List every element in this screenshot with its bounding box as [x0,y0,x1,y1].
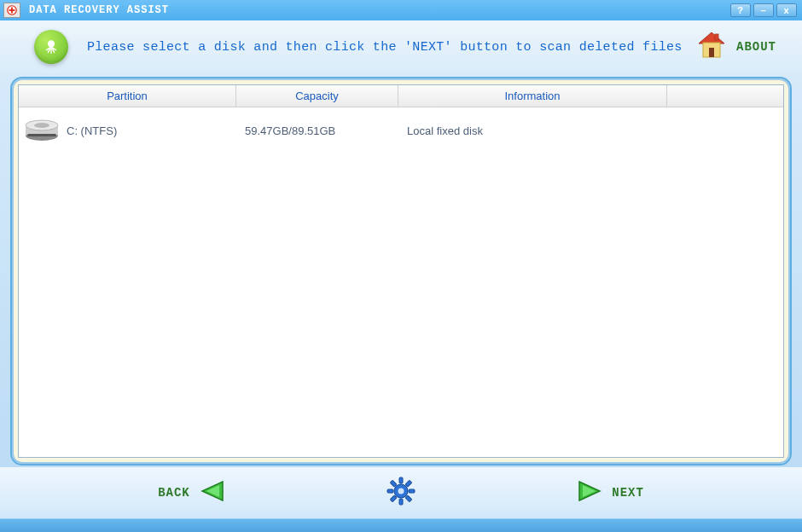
column-header-blank[interactable] [667,85,783,107]
about-button[interactable]: ABOUT [695,31,776,63]
svg-rect-22 [390,480,397,487]
next-button[interactable]: NEXT [578,479,644,506]
svg-point-3 [48,40,55,47]
bottom-bar [0,518,802,532]
table-body: C: (NTFS) 59.47GB/89.51GB Local fixed di… [19,107,783,150]
svg-rect-16 [399,477,403,483]
svg-point-24 [398,489,404,494]
disk-table: Partition Capacity Information [18,84,784,458]
svg-rect-12 [27,134,56,136]
instruction-text: Please select a disk and then click the … [87,40,695,55]
main-area: Partition Capacity Information [0,73,802,467]
title-bar: DATA RECOVERY ASSIST ? – x [0,0,802,20]
svg-marker-4 [699,32,724,43]
about-label: ABOUT [736,40,776,54]
close-button[interactable]: x [776,3,797,17]
table-header: Partition Capacity Information [19,85,783,107]
svg-rect-19 [409,489,415,493]
table-row[interactable]: C: (NTFS) 59.47GB/89.51GB Local fixed di… [19,107,783,150]
app-window: DATA RECOVERY ASSIST ? – x Please select… [0,0,802,532]
svg-rect-6 [709,48,714,57]
back-button[interactable]: BACK [158,479,224,506]
app-title: DATA RECOVERY ASSIST [29,4,730,16]
cell-partition: C: (NTFS) [19,119,236,142]
column-header-partition[interactable]: Partition [19,85,236,107]
next-arrow-icon [578,479,603,506]
svg-rect-20 [405,480,412,487]
svg-point-11 [34,123,49,128]
app-icon [3,3,20,18]
window-controls: ? – x [730,3,797,17]
gear-icon [386,477,416,509]
help-button[interactable]: ? [730,3,751,17]
home-icon [695,31,728,63]
header-strip: Please select a disk and then click the … [0,20,802,73]
svg-rect-2 [9,9,15,11]
svg-rect-23 [405,495,412,502]
svg-rect-17 [399,499,403,505]
column-header-information[interactable]: Information [398,85,667,107]
minimize-button[interactable]: – [753,3,774,17]
settings-button[interactable] [386,477,416,509]
svg-rect-18 [387,489,393,493]
next-label: NEXT [612,486,644,500]
svg-rect-21 [390,495,397,502]
content-frame: Partition Capacity Information [10,77,792,466]
footer-nav: BACK [0,467,802,518]
cell-capacity: 59.47GB/89.51GB [236,124,398,137]
partition-name: C: (NTFS) [67,124,117,137]
svg-rect-7 [715,34,718,40]
cell-information: Local fixed disk [398,124,667,137]
back-arrow-icon [199,479,224,506]
disk-icon [24,119,60,142]
column-header-capacity[interactable]: Capacity [236,85,398,107]
back-label: BACK [158,486,190,500]
step-icon [34,30,68,64]
